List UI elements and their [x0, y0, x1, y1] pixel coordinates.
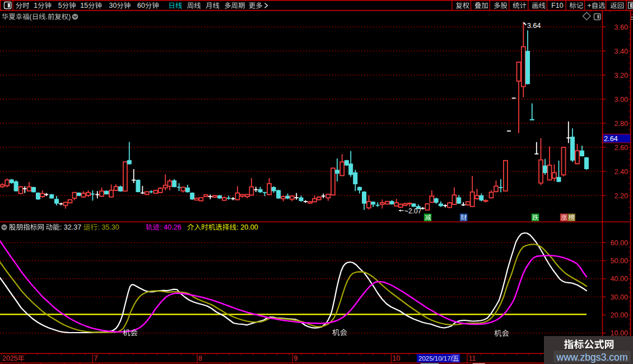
svg-text:): ): [68, 13, 71, 21]
svg-text:1: 1: [34, 2, 38, 10]
svg-text:: 35.30: : 35.30: [97, 223, 119, 231]
svg-text:30: 30: [109, 2, 117, 10]
svg-text:8: 8: [198, 354, 202, 362]
svg-text:10: 10: [393, 354, 401, 362]
svg-text:2.40: 2.40: [614, 168, 628, 176]
svg-text:2025/10/17/: 2025/10/17/: [418, 355, 453, 362]
svg-text:5: 5: [58, 2, 62, 10]
svg-text:2.80: 2.80: [614, 120, 628, 128]
svg-text:: 40.26: : 40.26: [160, 223, 181, 231]
svg-text:7: 7: [94, 354, 98, 362]
svg-text:+: +: [588, 2, 592, 10]
svg-text:www.zbgs3.com: www.zbgs3.com: [556, 352, 627, 363]
svg-text:11: 11: [469, 354, 476, 362]
svg-text:3.00: 3.00: [614, 96, 628, 104]
svg-text:F10: F10: [551, 2, 563, 10]
svg-text:20.00: 20.00: [610, 311, 628, 319]
svg-text:~2.07: ~2.07: [404, 207, 422, 215]
svg-text:: 20.00: : 20.00: [236, 223, 258, 231]
svg-text:3.40: 3.40: [614, 48, 628, 55]
svg-text:60: 60: [137, 2, 145, 10]
svg-text:2.60: 2.60: [614, 144, 628, 152]
svg-text:50.00: 50.00: [610, 257, 628, 265]
svg-text:15: 15: [80, 2, 88, 10]
svg-text:3.64: 3.64: [527, 22, 541, 30]
svg-text:: 32.37: : 32.37: [60, 223, 82, 231]
svg-text:2.64: 2.64: [604, 134, 618, 143]
svg-text:60.00: 60.00: [610, 239, 628, 247]
svg-text:2.20: 2.20: [614, 192, 628, 200]
svg-text:3.20: 3.20: [614, 72, 628, 80]
svg-text:30.00: 30.00: [610, 293, 628, 301]
svg-text:3.60: 3.60: [614, 24, 628, 31]
svg-text:2025: 2025: [2, 354, 18, 362]
svg-text:.: .: [46, 13, 48, 21]
svg-text:40.00: 40.00: [610, 275, 628, 283]
svg-text:9: 9: [294, 354, 298, 362]
